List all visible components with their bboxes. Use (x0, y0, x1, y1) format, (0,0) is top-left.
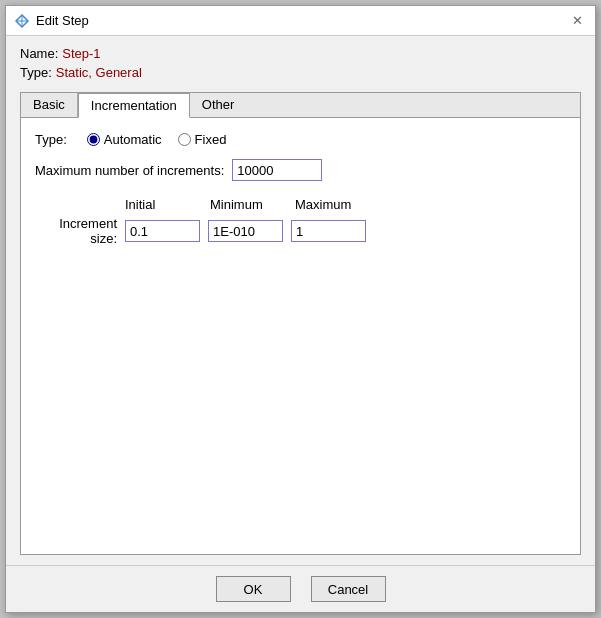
name-label: Name: (20, 46, 58, 61)
max-increments-row: Maximum number of increments: (35, 159, 566, 181)
tab-panel-incrementation: Type: Automatic Fixed Maximum number of … (20, 118, 581, 555)
increment-size-section: Initial Minimum Maximum Increment size: (35, 197, 566, 246)
max-increments-input[interactable] (232, 159, 322, 181)
cancel-button[interactable]: Cancel (311, 576, 386, 602)
edit-step-dialog: Edit Step ✕ Name: Step-1 Type: Static, G… (5, 5, 596, 613)
inc-type-label: Type: (35, 132, 67, 147)
incrementation-type-row: Type: Automatic Fixed (35, 132, 566, 147)
radio-automatic-input[interactable] (87, 133, 100, 146)
ok-button[interactable]: OK (216, 576, 291, 602)
increment-initial-input[interactable] (125, 220, 200, 242)
tabs-container: Basic Incrementation Other (20, 92, 581, 118)
col-header-initial: Initial (125, 197, 210, 212)
increment-size-label: Increment size: (35, 216, 125, 246)
increment-minimum-input[interactable] (208, 220, 283, 242)
tab-other[interactable]: Other (190, 93, 247, 117)
name-row: Name: Step-1 (20, 46, 581, 61)
name-value: Step-1 (62, 46, 100, 61)
dialog-title: Edit Step (36, 13, 89, 28)
increment-maximum-input[interactable] (291, 220, 366, 242)
radio-fixed-input[interactable] (178, 133, 191, 146)
dialog-content: Name: Step-1 Type: Static, General Basic… (6, 36, 595, 565)
close-button[interactable]: ✕ (567, 11, 587, 31)
max-increments-label: Maximum number of increments: (35, 163, 224, 178)
type-label: Type: (20, 65, 52, 80)
radio-fixed[interactable]: Fixed (178, 132, 227, 147)
tab-incrementation[interactable]: Incrementation (78, 93, 190, 118)
title-bar-left: Edit Step (14, 13, 89, 29)
increment-headers: Initial Minimum Maximum (125, 197, 566, 212)
dialog-icon (14, 13, 30, 29)
type-value: Static, General (56, 65, 142, 80)
title-bar: Edit Step ✕ (6, 6, 595, 36)
type-row: Type: Static, General (20, 65, 581, 80)
col-header-maximum: Maximum (295, 197, 375, 212)
radio-group: Automatic Fixed (87, 132, 227, 147)
col-header-minimum: Minimum (210, 197, 295, 212)
tab-basic[interactable]: Basic (21, 93, 78, 117)
button-bar: OK Cancel (6, 565, 595, 612)
increment-inputs (125, 220, 366, 242)
increment-row: Increment size: (35, 216, 566, 246)
radio-automatic[interactable]: Automatic (87, 132, 162, 147)
